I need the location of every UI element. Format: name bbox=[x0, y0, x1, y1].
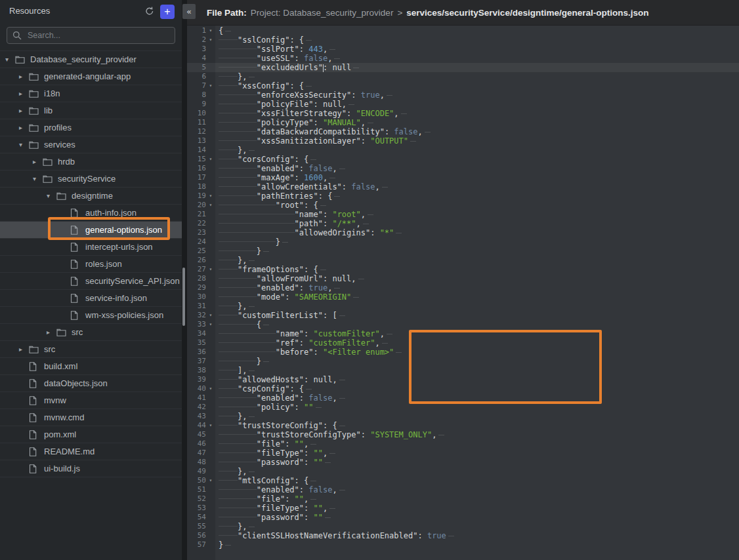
tree-item-roles.json[interactable]: roles.json bbox=[0, 256, 182, 273]
fold-arrow-icon[interactable]: ▾ bbox=[206, 421, 215, 430]
tree-item-general-options.json[interactable]: general-options.json bbox=[0, 222, 182, 239]
caret-down-icon[interactable]: ▾ bbox=[33, 175, 43, 182]
code-line-25[interactable]: 25 } bbox=[187, 247, 739, 256]
code-line-32[interactable]: 32▾ "customFilterList": [ bbox=[187, 311, 739, 320]
tree-item-Database_security_provider[interactable]: ▾Database_security_provider bbox=[0, 51, 182, 68]
tree-item-mvnw[interactable]: mvnw bbox=[0, 392, 182, 409]
tree-item-mvnw.cmd[interactable]: mvnw.cmd bbox=[0, 409, 182, 426]
tree-item-pom.xml[interactable]: pom.xml bbox=[0, 426, 182, 443]
code-line-14[interactable]: 14 }, bbox=[187, 146, 739, 155]
tree-item-src[interactable]: ▸src bbox=[0, 324, 182, 341]
code-line-54[interactable]: 54 "password": "" bbox=[187, 513, 739, 522]
code-line-36[interactable]: 36 "before": "<Filter enum>" bbox=[187, 348, 739, 357]
fold-arrow-icon[interactable]: ▾ bbox=[206, 155, 215, 164]
tree-item-securityService[interactable]: ▾securityService bbox=[0, 170, 182, 188]
code-line-35[interactable]: 35 "ref": "customFilter", bbox=[187, 338, 739, 348]
tree-item-designtime[interactable]: ▾designtime bbox=[0, 188, 182, 205]
code-line-28[interactable]: 28 "allowFromUrl": null, bbox=[187, 274, 739, 283]
code-line-26[interactable]: 26 }, bbox=[187, 256, 739, 265]
code-editor[interactable]: 1▾{2▾ "sslConfig": {3 "sslPort": 443,4 "… bbox=[187, 26, 739, 560]
caret-down-icon[interactable]: ▾ bbox=[5, 56, 15, 63]
code-line-39[interactable]: 39 "allowedHosts": null, bbox=[187, 375, 739, 384]
fold-arrow-icon[interactable]: ▾ bbox=[206, 384, 215, 393]
code-line-34[interactable]: 34 "name": "customFilter", bbox=[187, 329, 739, 338]
fold-arrow-icon[interactable]: ▾ bbox=[206, 476, 215, 485]
code-line-22[interactable]: 22 "path": "/**", bbox=[187, 219, 739, 228]
code-line-30[interactable]: 30 "mode": "SAMEORIGIN" bbox=[187, 292, 739, 302]
code-line-8[interactable]: 8 "enforceXssSecurity": true, bbox=[187, 90, 739, 100]
tree-item-src[interactable]: ▸src bbox=[0, 341, 182, 358]
code-line-17[interactable]: 17 "maxAge": 1600, bbox=[187, 173, 739, 182]
caret-right-icon[interactable]: ▸ bbox=[19, 107, 29, 114]
fold-arrow-icon[interactable]: ▾ bbox=[206, 35, 215, 45]
code-line-5[interactable]: 5 "excludedUrls": null bbox=[187, 63, 739, 72]
tree-item-README.md[interactable]: README.md bbox=[0, 443, 182, 460]
caret-right-icon[interactable]: ▸ bbox=[47, 329, 56, 336]
code-line-44[interactable]: 44▾ "trustStoreConfig": { bbox=[187, 421, 739, 430]
code-line-31[interactable]: 31 }, bbox=[187, 302, 739, 311]
fold-arrow-icon[interactable]: ▾ bbox=[206, 201, 215, 210]
code-line-49[interactable]: 49 }, bbox=[187, 467, 739, 476]
fold-arrow-icon[interactable]: ▾ bbox=[206, 191, 215, 201]
code-line-55[interactable]: 55 }, bbox=[187, 522, 739, 531]
refresh-button[interactable] bbox=[144, 6, 156, 18]
code-line-2[interactable]: 2▾ "sslConfig": { bbox=[187, 35, 739, 45]
caret-down-icon[interactable]: ▾ bbox=[19, 141, 29, 148]
code-line-10[interactable]: 10 "xssFilterStrategy": "ENCODE", bbox=[187, 109, 739, 118]
code-line-46[interactable]: 46 "file": "", bbox=[187, 439, 739, 449]
tree-item-securityService_API.json[interactable]: securityService_API.json bbox=[0, 273, 182, 290]
code-line-23[interactable]: 23 "allowedOrigins": "*" bbox=[187, 228, 739, 237]
code-line-7[interactable]: 7▾ "xssConfig": { bbox=[187, 81, 739, 90]
caret-down-icon[interactable]: ▾ bbox=[47, 192, 56, 199]
code-line-9[interactable]: 9 "policyFile": null, bbox=[187, 100, 739, 109]
fold-arrow-icon[interactable]: ▾ bbox=[206, 320, 215, 329]
sidebar-scrollbar-thumb[interactable] bbox=[182, 268, 185, 326]
caret-right-icon[interactable]: ▸ bbox=[19, 73, 29, 80]
code-line-21[interactable]: 21 "name": "root", bbox=[187, 210, 739, 219]
code-line-48[interactable]: 48 "password": "" bbox=[187, 458, 739, 467]
code-line-15[interactable]: 15▾ "corsConfig": { bbox=[187, 155, 739, 164]
code-line-6[interactable]: 6 }, bbox=[187, 72, 739, 81]
code-line-12[interactable]: 12 "dataBackwardCompatibility": false, bbox=[187, 127, 739, 136]
code-line-47[interactable]: 47 "fileType": "", bbox=[187, 449, 739, 458]
code-line-3[interactable]: 3 "sslPort": 443, bbox=[187, 45, 739, 54]
fold-arrow-icon[interactable]: ▾ bbox=[206, 81, 215, 90]
tree-item-services[interactable]: ▾services bbox=[0, 136, 182, 153]
code-line-40[interactable]: 40▾ "cspConfig": { bbox=[187, 384, 739, 393]
collapse-sidebar-button[interactable]: « bbox=[182, 4, 196, 19]
caret-right-icon[interactable]: ▸ bbox=[33, 158, 43, 165]
fold-arrow-icon[interactable]: ▾ bbox=[206, 311, 215, 320]
search-input[interactable] bbox=[26, 30, 169, 41]
tree-item-wm-xss-policies.json[interactable]: wm-xss-policies.json bbox=[0, 307, 182, 324]
caret-right-icon[interactable]: ▸ bbox=[19, 90, 29, 97]
tree-item-dataObjects.json[interactable]: dataObjects.json bbox=[0, 375, 182, 392]
code-line-41[interactable]: 41 "enabled": false, bbox=[187, 393, 739, 403]
code-line-57[interactable]: 57} bbox=[187, 540, 739, 550]
code-line-45[interactable]: 45 "trustStoreConfigType": "SYSTEM_ONLY"… bbox=[187, 430, 739, 439]
tree-item-auth-info.json[interactable]: auth-info.json bbox=[0, 205, 182, 222]
caret-right-icon[interactable]: ▸ bbox=[19, 346, 29, 353]
code-line-50[interactable]: 50▾ "mtlsConfig": { bbox=[187, 476, 739, 485]
search-box[interactable] bbox=[7, 27, 175, 44]
code-line-51[interactable]: 51 "enabled": false, bbox=[187, 485, 739, 494]
tree-item-profiles[interactable]: ▸profiles bbox=[0, 119, 182, 136]
code-line-43[interactable]: 43 }, bbox=[187, 412, 739, 421]
fold-arrow-icon[interactable]: ▾ bbox=[206, 26, 215, 35]
code-line-27[interactable]: 27▾ "frameOptions": { bbox=[187, 265, 739, 274]
code-line-38[interactable]: 38 ], bbox=[187, 366, 739, 375]
code-line-11[interactable]: 11 "policyType": "MANUAL", bbox=[187, 118, 739, 127]
add-button[interactable]: + bbox=[160, 5, 175, 19]
code-line-29[interactable]: 29 "enabled": true, bbox=[187, 283, 739, 292]
tree-item-service-info.json[interactable]: service-info.json bbox=[0, 290, 182, 307]
code-line-33[interactable]: 33▾ { bbox=[187, 320, 739, 329]
code-line-52[interactable]: 52 "file": "", bbox=[187, 494, 739, 504]
code-line-24[interactable]: 24 } bbox=[187, 237, 739, 247]
tree-item-intercept-urls.json[interactable]: intercept-urls.json bbox=[0, 239, 182, 256]
tree-item-ui-build.js[interactable]: ui-build.js bbox=[0, 460, 182, 477]
tree-item-lib[interactable]: ▸lib bbox=[0, 102, 182, 119]
tree-item-build.xml[interactable]: build.xml bbox=[0, 358, 182, 375]
code-line-56[interactable]: 56 "clientSSLHostNameVerificationEnabled… bbox=[187, 531, 739, 540]
code-line-4[interactable]: 4 "useSSL": false, bbox=[187, 54, 739, 63]
code-line-1[interactable]: 1▾{ bbox=[187, 26, 739, 35]
code-line-19[interactable]: 19▾ "pathEntries": { bbox=[187, 191, 739, 201]
